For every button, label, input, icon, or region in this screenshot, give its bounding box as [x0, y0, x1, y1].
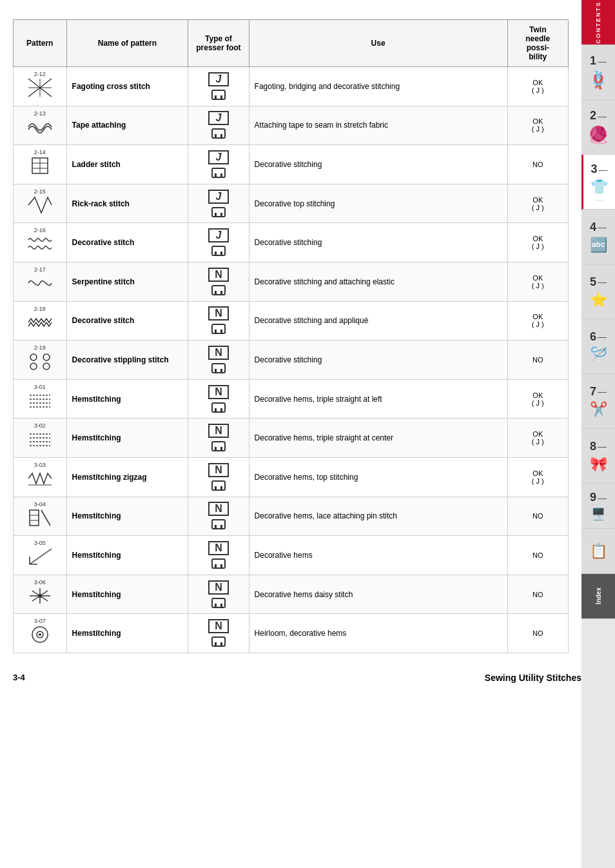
- svg-rect-104: [208, 476, 229, 477]
- header-name: Name of pattern: [66, 20, 188, 67]
- twin-cell: OK( J ): [507, 223, 568, 262]
- pattern-name-cell: Hemstitching: [66, 575, 188, 614]
- table-row: 2-13 Tape attaching J Attaching tape to …: [14, 106, 569, 145]
- sidebar-tab-6[interactable]: 6 — 🪡: [581, 319, 615, 374]
- use-cell: Decorative stitching: [249, 340, 507, 380]
- sidebar-tab-8[interactable]: 8 — 🎀: [581, 429, 615, 484]
- svg-rect-31: [220, 173, 222, 177]
- sidebar-tab-7[interactable]: 7 — ✂️: [581, 374, 615, 429]
- svg-rect-14: [228, 111, 229, 124]
- header-use: Use: [249, 20, 507, 67]
- svg-rect-118: [212, 520, 225, 529]
- svg-text:J: J: [215, 74, 222, 84]
- use-cell: Decorative stitching: [249, 145, 507, 184]
- svg-rect-19: [220, 134, 222, 138]
- svg-rect-58: [228, 306, 229, 319]
- svg-rect-108: [220, 486, 222, 490]
- pattern-cell: 3-04: [14, 497, 67, 536]
- svg-line-112: [41, 510, 50, 526]
- svg-rect-35: [208, 202, 229, 204]
- pattern-name-cell: Decorative stitch: [66, 223, 188, 262]
- pattern-cell: 3-06: [14, 575, 67, 614]
- use-cell: Decorative hems, top stitching: [249, 457, 507, 497]
- tab2-num: 2: [590, 109, 596, 123]
- foot-cell: N: [188, 419, 249, 458]
- table-row: 3-03 Hemstitching zigzag N Decorative he…: [14, 457, 569, 497]
- svg-rect-63: [220, 330, 222, 333]
- tab3-num: 3: [591, 163, 597, 176]
- svg-rect-137: [208, 593, 229, 595]
- svg-point-133: [38, 594, 42, 598]
- svg-rect-140: [215, 604, 217, 607]
- svg-rect-55: [220, 291, 222, 295]
- twin-cell: NO: [507, 575, 568, 614]
- pattern-cell: 3-07: [14, 614, 67, 653]
- svg-rect-18: [215, 134, 217, 138]
- pattern-name-cell: Tape attaching: [66, 106, 188, 145]
- svg-rect-42: [228, 228, 229, 241]
- sidebar-tab-1[interactable]: 1 — 🪢: [581, 45, 615, 100]
- foot-cell: J: [188, 223, 249, 262]
- svg-rect-122: [208, 541, 210, 554]
- svg-rect-93: [208, 424, 210, 437]
- svg-rect-62: [215, 330, 217, 333]
- right-sidebar: CONTENTS 1 — 🪢 2 — 🧶 3 — 👕 ...... 4 — 🔤: [581, 0, 615, 868]
- svg-rect-29: [212, 168, 225, 177]
- twin-cell: OK( J ): [507, 67, 568, 106]
- svg-text:N: N: [215, 464, 222, 475]
- notes-icon: 📋: [590, 543, 607, 560]
- svg-text:N: N: [215, 308, 222, 319]
- sidebar-tab-5[interactable]: 5 — ⭐: [581, 264, 615, 319]
- svg-rect-11: [220, 95, 222, 99]
- foot-cell: N: [188, 497, 249, 536]
- svg-rect-81: [208, 385, 210, 398]
- sidebar-tab-index[interactable]: Index: [581, 574, 615, 619]
- svg-rect-152: [220, 642, 222, 646]
- sidebar-tab-9[interactable]: 9 — 🖥️: [581, 484, 615, 529]
- pattern-cell: 3-02: [14, 419, 67, 458]
- svg-rect-109: [30, 510, 39, 526]
- tab1-num: 1: [590, 54, 596, 68]
- svg-text:N: N: [215, 347, 222, 358]
- sidebar-tab-2[interactable]: 2 — 🧶: [581, 100, 615, 155]
- svg-point-65: [43, 354, 50, 360]
- use-cell: Fagoting, bridging and decorative stitch…: [249, 67, 507, 106]
- svg-rect-70: [228, 346, 229, 359]
- svg-rect-116: [208, 515, 229, 516]
- tab5-dash: —: [598, 277, 607, 287]
- foot-cell: N: [188, 340, 249, 380]
- svg-rect-7: [208, 85, 229, 86]
- svg-rect-17: [212, 129, 225, 138]
- svg-rect-146: [208, 619, 210, 632]
- page-footer: 3-4 Sewing Utility Stitches: [13, 666, 581, 689]
- table-row: 3-02 Hemstitching N Decorative hems, tri…: [14, 419, 569, 458]
- svg-rect-87: [220, 408, 222, 412]
- svg-point-67: [43, 363, 50, 370]
- svg-rect-34: [228, 190, 229, 202]
- tab6-dash: —: [598, 331, 607, 342]
- foot-cell: J: [188, 184, 249, 223]
- twin-cell: NO: [507, 145, 568, 184]
- twin-cell: OK( J ): [507, 184, 568, 223]
- sidebar-tab-notes[interactable]: 📋: [581, 529, 615, 574]
- pattern-name-cell: Hemstitching zigzag: [66, 457, 188, 497]
- foot-cell: N: [188, 262, 249, 301]
- svg-rect-136: [228, 580, 229, 593]
- svg-rect-127: [215, 564, 217, 568]
- svg-rect-53: [212, 286, 225, 295]
- pattern-cell: 3-01: [14, 379, 67, 419]
- sidebar-tab-4[interactable]: 4 — 🔤: [581, 210, 615, 264]
- svg-rect-106: [212, 481, 225, 490]
- stitch-table: Pattern Name of pattern Type of presser …: [13, 19, 569, 653]
- sidebar-tab-contents[interactable]: CONTENTS: [581, 0, 615, 45]
- sidebar-tab-3[interactable]: 3 — 👕 ......: [581, 155, 615, 210]
- tab2-dash: —: [598, 111, 607, 121]
- pattern-name-cell: Serpentine stitch: [66, 262, 188, 301]
- svg-text:J: J: [215, 191, 222, 202]
- svg-point-144: [39, 633, 41, 636]
- svg-rect-37: [212, 208, 225, 217]
- tab6-num: 6: [590, 330, 596, 344]
- tab7-num: 7: [590, 385, 596, 399]
- svg-rect-46: [215, 252, 217, 255]
- svg-text:N: N: [215, 542, 222, 553]
